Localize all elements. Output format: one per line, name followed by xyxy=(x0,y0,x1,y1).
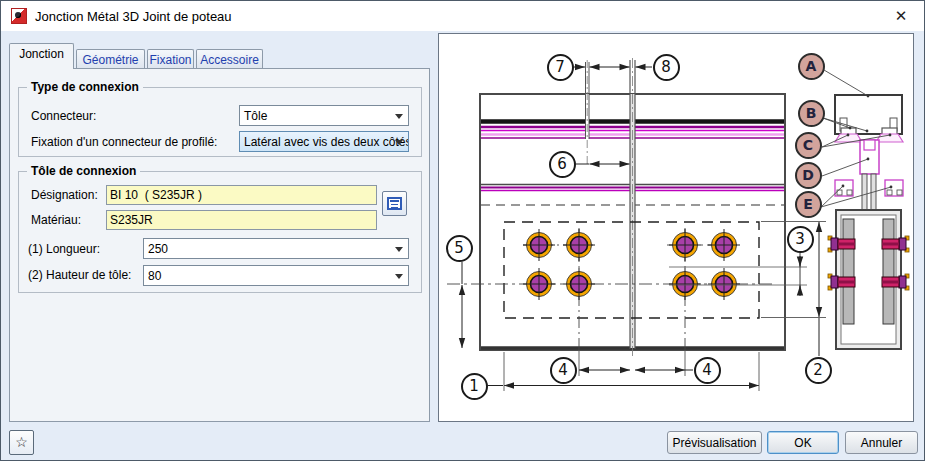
tab-page-jonction: Type de connexion Connecteur: Tôle Fixat… xyxy=(9,68,430,422)
callout-D: D xyxy=(795,162,822,189)
chevron-down-icon xyxy=(395,140,403,145)
length-label: (1) Longueur: xyxy=(28,242,100,256)
dialog-window: Jonction Métal 3D Joint de poteau ✕ Jonc… xyxy=(0,0,925,461)
favorite-button[interactable]: ☆ xyxy=(9,430,34,455)
callout-A: A xyxy=(798,53,825,80)
callout-6: 6 xyxy=(549,151,576,178)
material-label: Matériau: xyxy=(31,213,81,227)
material-field[interactable] xyxy=(106,210,377,230)
callout-7: 7 xyxy=(547,54,574,81)
group-type-de-connexion: Type de connexion Connecteur: Tôle Fixat… xyxy=(18,87,422,157)
star-icon: ☆ xyxy=(15,434,28,450)
fixation-label: Fixation d'un connecteur de profilé: xyxy=(31,135,217,149)
length-combobox[interactable]: 250 xyxy=(143,238,409,259)
chevron-down-icon xyxy=(395,274,403,279)
cancel-button[interactable]: Annuler xyxy=(845,431,918,454)
elevation-view xyxy=(447,58,785,376)
designation-label: Désignation: xyxy=(31,188,98,202)
plate-height-label: (2) Hauteur de tôle: xyxy=(28,268,131,282)
callout-B: B xyxy=(798,100,825,127)
group-type-label: Type de connexion xyxy=(27,80,143,94)
chevron-down-icon xyxy=(395,247,403,252)
fixation-combobox[interactable]: Latéral avec vis des deux côtés xyxy=(239,131,409,152)
tab-geometrie[interactable]: Géométrie xyxy=(76,49,145,69)
callout-3: 3 xyxy=(787,226,814,253)
tab-jonction[interactable]: Jonction xyxy=(9,43,74,69)
callout-2: 2 xyxy=(805,357,832,384)
connector-combobox[interactable]: Tôle xyxy=(239,105,409,126)
callout-4-left: 4 xyxy=(550,357,577,384)
plate-height-combobox[interactable]: 80 xyxy=(143,265,409,286)
cross-section-view xyxy=(828,95,909,349)
callout-1: 1 xyxy=(461,373,488,400)
length-value: 250 xyxy=(148,242,168,256)
chevron-down-icon xyxy=(395,114,403,119)
fixation-value: Latéral avec vis des deux côtés xyxy=(244,135,409,149)
designation-field[interactable] xyxy=(106,185,377,205)
preview-panel: 7 8 6 5 1 4 4 3 2 A B C D E xyxy=(438,33,914,422)
callout-4-right: 4 xyxy=(694,357,721,384)
technical-drawing xyxy=(439,34,913,421)
title-bar: Jonction Métal 3D Joint de poteau ✕ xyxy=(1,1,924,31)
connector-value: Tôle xyxy=(244,109,267,123)
tab-accessoire[interactable]: Accessoire xyxy=(196,49,263,69)
app-icon xyxy=(11,8,27,24)
connector-label: Connecteur: xyxy=(31,109,96,123)
tab-fixation[interactable]: Fixation xyxy=(147,49,194,69)
window-title: Jonction Métal 3D Joint de poteau xyxy=(35,9,232,24)
close-icon[interactable]: ✕ xyxy=(888,5,914,27)
catalog-browse-button[interactable] xyxy=(382,191,407,216)
callout-C: C xyxy=(795,132,822,159)
callout-8: 8 xyxy=(653,54,680,81)
ok-button[interactable]: OK xyxy=(767,431,839,454)
preview-button[interactable]: Prévisualisation xyxy=(667,431,762,454)
table-icon xyxy=(387,197,402,210)
group-tole-de-connexion: Tôle de connexion Désignation: Matériau:… xyxy=(18,171,422,293)
plate-height-value: 80 xyxy=(148,269,161,283)
callout-5: 5 xyxy=(446,235,473,262)
callout-E: E xyxy=(795,191,822,218)
group-tole-label: Tôle de connexion xyxy=(27,164,140,178)
